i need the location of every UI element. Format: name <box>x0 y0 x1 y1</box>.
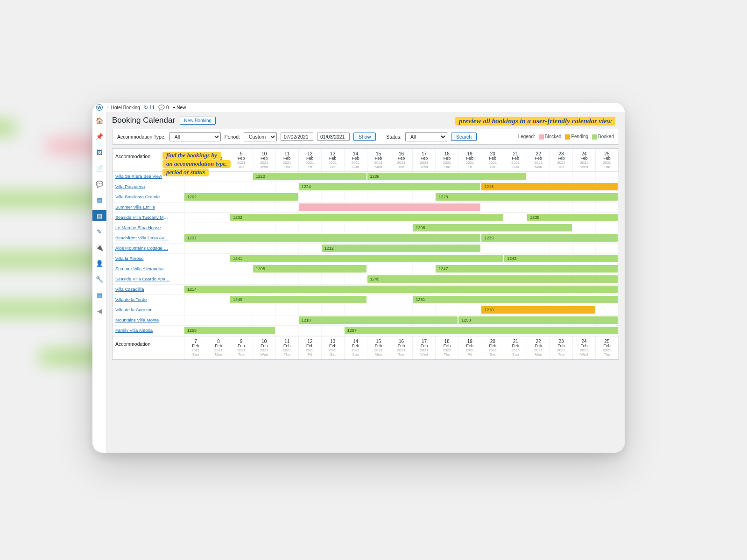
accommodation-link[interactable]: Seaside Villa Tuscany Ma… <box>113 213 173 223</box>
accommodation-link[interactable]: Alps Mountains Cottage … <box>113 244 173 253</box>
calendar-row: Le Marche Etna House1206 <box>113 223 619 233</box>
booking-bar[interactable]: 1222 <box>253 173 366 180</box>
accommodation-link[interactable]: Villa de la Tarde <box>113 295 173 305</box>
accommodation-link[interactable]: Family Villa Alegria <box>113 326 173 336</box>
booking-bar[interactable]: 1202 <box>184 193 298 201</box>
booking-bar[interactable]: 1245 <box>367 275 618 283</box>
calendar-day-col: 15Feb2021Mon <box>367 336 390 359</box>
search-button[interactable]: Search <box>451 133 477 141</box>
booking-bar[interactable]: 1218 <box>299 316 458 324</box>
posts-icon[interactable]: 📌 <box>92 131 106 142</box>
date-from-input[interactable] <box>281 133 313 141</box>
tools-icon[interactable]: 🔧 <box>92 273 106 285</box>
settings-icon[interactable]: ▦ <box>92 289 106 301</box>
show-button[interactable]: Show <box>353 133 376 141</box>
calendar-row: Villa de la Tarde12491251 <box>113 295 619 305</box>
pages-icon[interactable]: 📄 <box>92 162 106 174</box>
calendar-row: Villa Casadillia1214 <box>113 285 619 295</box>
booking-bar[interactable]: 1206 <box>413 224 572 231</box>
accommodation-link[interactable]: Mountains Villa Monte <box>113 315 173 325</box>
calendar-row: Beachfront Villa Casa Au…12371239 <box>113 233 619 244</box>
calendar-day-col: 25Feb2021Thu <box>596 336 619 359</box>
calendar-icon[interactable]: ▤ <box>92 210 106 221</box>
calendar-day-col: 17Feb2021Wed <box>413 336 436 359</box>
calendar-day-col: 9Feb2021Tue <box>230 336 253 359</box>
booking-bar[interactable]: 1208 <box>253 265 366 273</box>
accommodation-link[interactable]: Villa Casadillia <box>113 285 173 294</box>
adminbar-updates[interactable]: ↻ 11 <box>144 105 155 111</box>
calendar-day-col: 16Feb2021Tue <box>390 336 413 359</box>
accommodation-link[interactable]: Villa de la Corazon <box>113 305 173 315</box>
calendar-day-col: 24Feb2021Wed <box>573 149 596 171</box>
booking-bar[interactable]: 1212 <box>322 245 481 252</box>
booking-bar[interactable]: 1253 <box>458 316 618 324</box>
calendar-row: Seaside Villa Egardo Apa…1245 <box>113 274 619 285</box>
booking-bar[interactable] <box>299 203 481 211</box>
accommodation-link[interactable]: Villa Sa Riera Sea View <box>113 172 173 182</box>
booking-bar[interactable]: 1257 <box>345 327 618 334</box>
accommodation-link[interactable]: Seaside Villa Egardo Apa… <box>113 274 173 284</box>
booking-bar[interactable]: 1210 <box>481 306 595 314</box>
booking-bar[interactable]: 1235 <box>527 214 618 221</box>
booking-bar[interactable]: 1232 <box>230 214 503 221</box>
booking-bar[interactable]: 1251 <box>413 296 618 303</box>
booking-bar[interactable]: 1226 <box>367 173 527 180</box>
date-to-input[interactable] <box>317 133 350 141</box>
annotation-left-1: find the bookings by <box>162 152 221 160</box>
booking-bar[interactable]: 1224 <box>299 183 481 190</box>
calendar-day-col: 25Feb2021Thu <box>596 149 619 171</box>
period-label: Period: <box>225 134 240 140</box>
accommodation-link[interactable]: Summer Villa Emilia <box>113 203 173 212</box>
bookings-icon[interactable]: ▦ <box>92 194 106 205</box>
users-icon[interactable]: 👤 <box>92 258 106 269</box>
calendar-day-col: 18Feb2021Thu <box>436 336 458 359</box>
calendar-day-col: 22Feb2021Mon <box>527 336 550 359</box>
calendar-day-col: 24Feb2021Wed <box>573 336 596 359</box>
legend-swatch-blocked <box>539 134 544 140</box>
comments-sidebar-icon[interactable]: 💬 <box>92 178 106 189</box>
booking-bar[interactable]: 1239 <box>481 234 618 242</box>
wp-admin-bar: W ⌂ Hotel Booking ↻ 11 💬 0 + New <box>92 103 625 112</box>
annotation-top: preview all bookings in a user-friendly … <box>455 117 615 126</box>
booking-bar[interactable]: 1249 <box>230 296 366 303</box>
calendar-day-col: 20Feb2021Sat <box>481 149 504 171</box>
media-icon[interactable]: 🖼 <box>92 147 106 158</box>
adminbar-comments[interactable]: 💬 0 <box>158 105 169 111</box>
calendar-day-col: 10Feb2021Wed <box>253 336 276 359</box>
booking-bar[interactable]: 1214 <box>184 286 618 293</box>
calendar-day-col: 7Feb2021Sun <box>184 336 207 359</box>
new-booking-button[interactable]: New Booking <box>180 117 216 125</box>
calendar: Accommodation 7Feb2021Sun8Feb2021Mon9Feb… <box>112 148 619 360</box>
period-select[interactable]: Custom <box>244 132 277 141</box>
calendar-day-col: 18Feb2021Thu <box>436 149 458 171</box>
accommodation-link[interactable]: Villa Pasadena <box>113 182 173 192</box>
calendar-day-col: 8Feb2021Mon <box>207 336 230 359</box>
accommodation-link[interactable]: Summer Villa Alexandria <box>113 264 173 274</box>
booking-bar[interactable]: 1228 <box>436 193 618 201</box>
accommodation-link[interactable]: Villa la Perese <box>113 254 173 264</box>
calendar-row: Villa Sa Riera Sea View12221226 <box>113 172 619 182</box>
booking-bar[interactable]: 1243 <box>504 255 618 262</box>
appearance-icon[interactable]: ✎ <box>92 226 106 237</box>
accommodation-link[interactable]: Le Marche Etna House <box>113 223 173 233</box>
dashboard-icon[interactable]: 🏠 <box>92 115 106 126</box>
booking-bar[interactable]: 1255 <box>184 327 275 334</box>
adminbar-new[interactable]: + New <box>173 105 186 110</box>
updates-icon: ↻ <box>144 105 148 111</box>
accommodation-link[interactable]: Beachfront Villa Casa Au… <box>113 233 173 243</box>
wordpress-logo-icon[interactable]: W <box>96 104 103 111</box>
adminbar-site[interactable]: ⌂ Hotel Booking <box>106 105 140 110</box>
calendar-row: Seaside Villa Tuscany Ma…12321235 <box>113 213 619 223</box>
booking-bar[interactable]: 1241 <box>230 255 503 262</box>
collapse-icon[interactable]: ◀ <box>92 305 106 316</box>
calendar-day-col: 12Feb2021Fri <box>299 149 322 171</box>
booking-bar[interactable]: 1237 <box>184 234 480 242</box>
status-select[interactable]: All <box>405 132 447 141</box>
plugins-icon[interactable]: 🔌 <box>92 242 106 253</box>
calendar-row: Villa la Perese12411243 <box>113 254 619 264</box>
booking-bar[interactable]: 1247 <box>436 265 618 273</box>
calendar-row: Family Villa Alegria12551257 <box>113 326 619 336</box>
booking-bar[interactable]: 1216 <box>481 183 618 190</box>
acc-type-select[interactable]: All <box>169 132 221 141</box>
accommodation-link[interactable]: Villa Basilicata Grande <box>113 192 173 202</box>
